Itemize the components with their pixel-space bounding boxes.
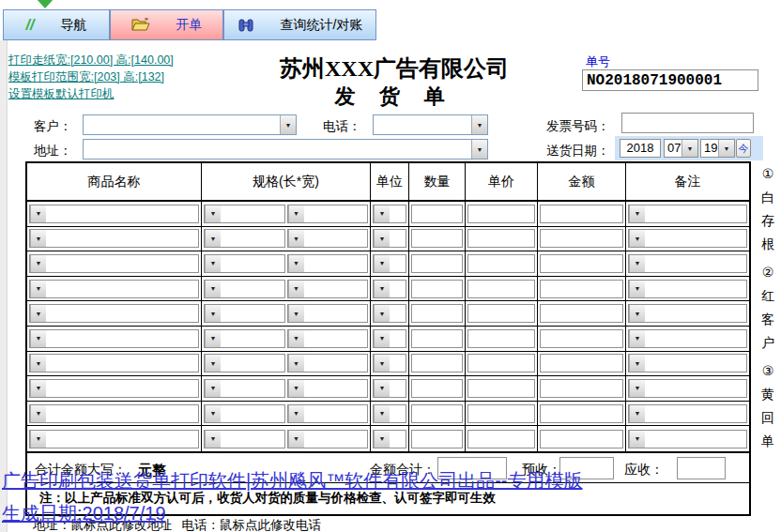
address-combobox[interactable] xyxy=(83,139,488,160)
software-promo-link[interactable]: 广告印刷包装送货单打印软件|苏州飚风™软件有限公司出品--专用模版 xyxy=(2,468,583,494)
spec-length-combobox[interactable] xyxy=(204,329,285,348)
dropdown-arrow-button[interactable] xyxy=(205,255,221,272)
spec-length-combobox[interactable] xyxy=(204,430,285,448)
spec-width-combobox[interactable] xyxy=(287,304,369,323)
spec-length-combobox[interactable] xyxy=(204,205,285,223)
dropdown-arrow-button[interactable] xyxy=(280,115,296,134)
tab-navigation[interactable]: // 导航 xyxy=(3,9,110,40)
dropdown-arrow-button[interactable] xyxy=(205,380,221,397)
spec-length-combobox[interactable] xyxy=(204,404,285,423)
unit-price-input[interactable] xyxy=(467,229,535,248)
dropdown-arrow-button[interactable] xyxy=(205,355,221,372)
dropdown-arrow-button[interactable] xyxy=(629,281,645,297)
unit-combobox[interactable] xyxy=(373,329,406,348)
receivable-input[interactable] xyxy=(677,457,726,479)
amount-input[interactable] xyxy=(540,379,623,398)
spec-width-combobox[interactable] xyxy=(287,329,369,348)
dropdown-arrow-button[interactable] xyxy=(205,330,221,347)
unit-price-input[interactable] xyxy=(467,329,535,348)
unit-combobox[interactable] xyxy=(373,404,406,423)
spec-length-combobox[interactable] xyxy=(204,229,285,248)
dropdown-arrow-button[interactable] xyxy=(205,305,221,322)
spec-width-combobox[interactable] xyxy=(287,254,369,273)
spec-width-combobox[interactable] xyxy=(287,229,369,248)
spec-length-combobox[interactable] xyxy=(204,304,285,323)
dropdown-arrow-button[interactable] xyxy=(205,281,221,297)
dropdown-arrow-button[interactable] xyxy=(288,305,304,322)
quantity-input[interactable] xyxy=(411,205,463,223)
dropdown-arrow-button[interactable] xyxy=(374,405,390,422)
unit-combobox[interactable] xyxy=(373,254,406,273)
unit-combobox[interactable] xyxy=(373,229,406,248)
date-month-combobox[interactable]: 07 xyxy=(664,139,698,158)
link-set-default-printer[interactable]: 设置模板默认打印机 xyxy=(8,86,115,102)
dropdown-arrow-button[interactable] xyxy=(629,405,645,422)
dropdown-arrow-button[interactable] xyxy=(30,205,46,222)
generated-date-link[interactable]: 生成日期:2018/7/19 xyxy=(2,501,166,526)
dropdown-arrow-button[interactable] xyxy=(629,431,645,448)
invoice-no-input[interactable] xyxy=(621,113,754,133)
spec-length-combobox[interactable] xyxy=(204,280,285,298)
amount-input[interactable] xyxy=(540,229,623,248)
dropdown-arrow-button[interactable] xyxy=(374,281,390,297)
product-name-combobox[interactable] xyxy=(29,354,199,372)
dropdown-arrow-button[interactable] xyxy=(30,330,46,347)
dropdown-arrow-button[interactable] xyxy=(471,140,487,159)
dropdown-arrow-button[interactable] xyxy=(629,305,645,322)
amount-input[interactable] xyxy=(540,280,623,298)
customer-combobox[interactable] xyxy=(83,114,297,135)
unit-price-input[interactable] xyxy=(467,430,535,448)
dropdown-arrow-button[interactable] xyxy=(288,405,304,422)
dropdown-arrow-button[interactable] xyxy=(718,140,734,157)
dropdown-arrow-button[interactable] xyxy=(374,380,390,397)
product-name-combobox[interactable] xyxy=(29,430,199,448)
unit-combobox[interactable] xyxy=(373,280,406,298)
unit-price-input[interactable] xyxy=(467,404,535,423)
quantity-input[interactable] xyxy=(411,254,463,273)
spec-length-combobox[interactable] xyxy=(204,254,285,273)
dropdown-arrow-button[interactable] xyxy=(30,380,46,397)
dropdown-arrow-button[interactable] xyxy=(205,405,221,422)
spec-length-combobox[interactable] xyxy=(204,354,285,372)
spec-width-combobox[interactable] xyxy=(287,379,369,398)
dropdown-arrow-button[interactable] xyxy=(288,205,304,222)
amount-input[interactable] xyxy=(540,205,623,223)
spec-width-combobox[interactable] xyxy=(287,404,369,423)
remark-combobox[interactable] xyxy=(628,304,747,323)
dropdown-arrow-button[interactable] xyxy=(374,330,390,347)
unit-price-input[interactable] xyxy=(467,379,535,398)
dropdown-arrow-button[interactable] xyxy=(30,255,46,272)
dropdown-arrow-button[interactable] xyxy=(205,205,221,222)
product-name-combobox[interactable] xyxy=(29,280,199,298)
dropdown-arrow-button[interactable] xyxy=(30,431,46,448)
dropdown-arrow-button[interactable] xyxy=(288,431,304,448)
dropdown-arrow-button[interactable] xyxy=(288,355,304,372)
remark-combobox[interactable] xyxy=(628,280,747,298)
spec-width-combobox[interactable] xyxy=(287,280,369,298)
dropdown-arrow-button[interactable] xyxy=(205,431,221,448)
remark-combobox[interactable] xyxy=(628,229,747,248)
dropdown-arrow-button[interactable] xyxy=(374,305,390,322)
edit-phone-link[interactable]: 电话：鼠标点此修改电话 xyxy=(182,517,322,532)
quantity-input[interactable] xyxy=(411,304,463,323)
quantity-input[interactable] xyxy=(411,354,463,372)
dropdown-arrow-button[interactable] xyxy=(629,230,645,247)
remark-combobox[interactable] xyxy=(628,329,747,348)
unit-price-input[interactable] xyxy=(467,354,535,372)
product-name-combobox[interactable] xyxy=(29,229,199,248)
product-name-combobox[interactable] xyxy=(29,329,199,348)
unit-price-input[interactable] xyxy=(467,205,535,223)
spec-length-combobox[interactable] xyxy=(204,379,285,398)
unit-combobox[interactable] xyxy=(373,354,406,372)
dropdown-arrow-button[interactable] xyxy=(629,355,645,372)
product-name-combobox[interactable] xyxy=(29,404,199,423)
dropdown-arrow-button[interactable] xyxy=(629,330,645,347)
dropdown-arrow-button[interactable] xyxy=(288,330,304,347)
amount-input[interactable] xyxy=(540,329,623,348)
phone-combobox[interactable] xyxy=(373,114,488,135)
link-template-range[interactable]: 模板打印范围宽:[203] 高:[132] xyxy=(8,69,164,85)
unit-price-input[interactable] xyxy=(467,280,535,298)
tab-billing[interactable]: 开单 xyxy=(110,9,223,40)
date-day-combobox[interactable]: 19 xyxy=(700,139,735,158)
dropdown-arrow-button[interactable] xyxy=(374,355,390,372)
